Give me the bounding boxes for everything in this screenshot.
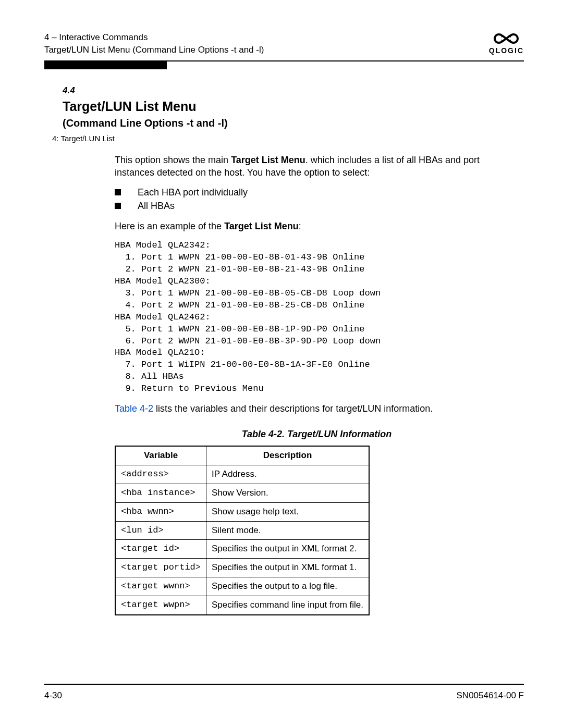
example-text-2: : [299, 221, 301, 231]
cell-variable: <target wwnn> [115, 577, 206, 596]
table-row: <hba instance> Show Version. [115, 484, 369, 502]
page-footer: 4-30 SN0054614-00 F [44, 684, 524, 702]
cell-variable: <target portid> [115, 559, 206, 577]
document-id: SN0054614-00 F [457, 690, 524, 702]
example-text-1: Here is an example of the [115, 221, 224, 231]
brand-name: QLOGIC [489, 46, 524, 56]
section-title: Target/LUN List Menu [63, 98, 524, 116]
cell-variable: <target wwpn> [115, 596, 206, 615]
list-item: All HBAs [115, 200, 519, 212]
table-link[interactable]: Table 4-2 [115, 403, 153, 414]
breadcrumb: 4 – Interactive Commands Target/LUN List… [44, 31, 264, 56]
section-subtitle: (Command Line Options -t and -l) [63, 116, 524, 130]
option-list: Each HBA port individually All HBAs [115, 186, 519, 213]
section-number: 4.4 [63, 85, 524, 97]
section-toc-entry: 4: Target/LUN List [52, 133, 524, 144]
table-row: <target wwnn> Specifies the output to a … [115, 577, 369, 596]
page: 4 – Interactive Commands Target/LUN List… [0, 0, 563, 728]
table-ref-text: lists the variables and their descriptio… [153, 403, 433, 414]
table-row: <target id> Specifies the output in XML … [115, 540, 369, 559]
table-header-row: Variable Description [115, 446, 369, 465]
cell-description: IP Address. [206, 465, 370, 484]
table-row: <address> IP Address. [115, 465, 369, 484]
list-item: Each HBA port individually [115, 186, 519, 199]
table-row: <lun id> Silent mode. [115, 521, 369, 540]
intro-text-1: This option shows the main [115, 155, 231, 165]
page-number: 4-30 [44, 690, 62, 702]
header-accent-bar [44, 61, 167, 69]
code-block: HBA Model QLA2342: 1. Port 1 WWPN 21-00-… [115, 240, 519, 395]
breadcrumb-chapter: 4 – Interactive Commands [44, 31, 264, 44]
qlogic-icon [489, 31, 524, 46]
page-header: 4 – Interactive Commands Target/LUN List… [44, 31, 524, 61]
cell-variable: <hba instance> [115, 484, 206, 502]
table-row: <target wwpn> Specifies command line inp… [115, 596, 369, 615]
body-content: This option shows the main Target List M… [115, 154, 519, 616]
cell-variable: <target id> [115, 540, 206, 559]
table-reference: Table 4-2 lists the variables and their … [115, 402, 519, 415]
cell-variable: <hba wwnn> [115, 502, 206, 521]
intro-bold: Target List Menu [231, 155, 305, 165]
table-row: <hba wwnn> Show usage help text. [115, 502, 369, 521]
table-caption: Table 4-2. Target/LUN Information [115, 428, 519, 440]
cell-variable: <address> [115, 465, 206, 484]
table-row: <target portid> Specifies the output in … [115, 559, 369, 577]
cell-description: Specifies command line input from file. [206, 596, 370, 615]
variables-table: Variable Description <address> IP Addres… [115, 446, 370, 615]
cell-description: Specifies the output in XML format 2. [206, 540, 370, 559]
column-header-description: Description [206, 446, 370, 465]
cell-description: Silent mode. [206, 521, 370, 540]
cell-description: Show usage help text. [206, 502, 370, 521]
page-body: 4.4 Target/LUN List Menu (Command Line O… [44, 69, 524, 616]
intro-paragraph: This option shows the main Target List M… [115, 154, 519, 179]
cell-description: Show Version. [206, 484, 370, 502]
cell-variable: <lun id> [115, 521, 206, 540]
example-bold: Target List Menu [224, 221, 299, 231]
example-lead-in: Here is an example of the Target List Me… [115, 220, 519, 232]
cell-description: Specifies the output to a log file. [206, 577, 370, 596]
brand-logo: QLOGIC [489, 31, 524, 56]
column-header-variable: Variable [115, 446, 206, 465]
breadcrumb-section: Target/LUN List Menu (Command Line Optio… [44, 44, 264, 56]
cell-description: Specifies the output in XML format 1. [206, 559, 370, 577]
